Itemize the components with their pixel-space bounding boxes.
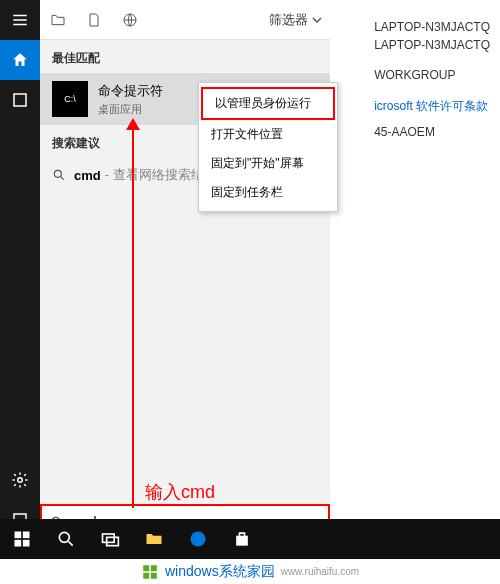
- filter-label: 筛选器: [269, 11, 308, 29]
- svg-rect-6: [23, 532, 30, 539]
- cmd-icon: C:\: [52, 81, 88, 117]
- license-link[interactable]: icrosoft 软件许可条款: [374, 98, 490, 115]
- menu-icon[interactable]: [0, 0, 40, 40]
- best-match-label: 最佳匹配: [40, 40, 330, 73]
- annotation-arrow-head: [126, 118, 140, 130]
- folder-icon[interactable]: [48, 10, 68, 30]
- svg-point-3: [54, 170, 61, 177]
- web-icon[interactable]: [120, 10, 140, 30]
- device-name: LAPTOP-N3MJACTQ: [374, 20, 490, 34]
- product-id: 45-AAOEM: [374, 125, 490, 139]
- edge-icon[interactable]: [176, 519, 220, 559]
- home-icon[interactable]: [0, 40, 40, 80]
- svg-rect-5: [15, 532, 22, 539]
- taskbar: [0, 519, 500, 559]
- apps-icon[interactable]: [0, 80, 40, 120]
- menu-run-admin[interactable]: 以管理员身份运行: [201, 87, 335, 120]
- explorer-icon[interactable]: [132, 519, 176, 559]
- svg-point-12: [191, 532, 206, 547]
- watermark-text: windows系统家园: [165, 563, 275, 581]
- taskbar-search-icon[interactable]: [44, 519, 88, 559]
- context-menu: 以管理员身份运行 打开文件位置 固定到"开始"屏幕 固定到任务栏: [198, 82, 338, 212]
- annotation-label: 输入cmd: [145, 480, 215, 504]
- svg-rect-0: [14, 94, 26, 106]
- document-icon[interactable]: [84, 10, 104, 30]
- svg-rect-8: [23, 540, 30, 547]
- device-name: LAPTOP-N3MJACTQ: [374, 38, 490, 52]
- watermark-url: www.ruihaifu.com: [281, 566, 359, 577]
- settings-icon[interactable]: [0, 460, 40, 500]
- start-button[interactable]: [0, 519, 44, 559]
- watermark-logo: [141, 563, 159, 581]
- menu-pin-start[interactable]: 固定到"开始"屏幕: [199, 149, 337, 178]
- store-icon[interactable]: [220, 519, 264, 559]
- svg-rect-14: [143, 565, 149, 571]
- taskview-icon[interactable]: [88, 519, 132, 559]
- svg-rect-16: [143, 572, 149, 578]
- system-info-panel: LAPTOP-N3MJACTQ LAPTOP-N3MJACTQ WORKGROU…: [374, 20, 490, 143]
- filter-button[interactable]: 筛选器: [269, 11, 322, 29]
- workgroup: WORKGROUP: [374, 68, 490, 82]
- svg-rect-15: [151, 565, 157, 571]
- watermark: windows系统家园 www.ruihaifu.com: [0, 559, 500, 584]
- annotation-arrow: [132, 124, 134, 508]
- panel-header: 筛选器: [40, 0, 330, 40]
- suggestion-keyword: cmd: [74, 168, 101, 183]
- svg-point-9: [59, 532, 69, 542]
- svg-rect-7: [15, 540, 22, 547]
- menu-open-location[interactable]: 打开文件位置: [199, 120, 337, 149]
- svg-point-1: [18, 478, 23, 483]
- search-results-panel: 筛选器 最佳匹配 C:\ 命令提示符 桌面应用 搜索建议 cmd - 查看网络搜…: [40, 0, 330, 540]
- search-sidebar: [0, 0, 40, 540]
- menu-pin-taskbar[interactable]: 固定到任务栏: [199, 178, 337, 207]
- svg-rect-13: [236, 536, 248, 546]
- svg-rect-17: [151, 572, 157, 578]
